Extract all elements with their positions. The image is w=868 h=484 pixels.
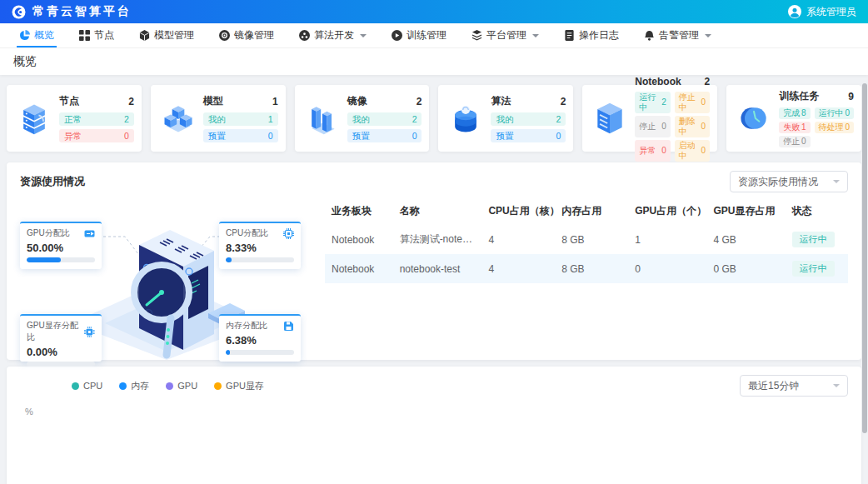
resource-illustration-panel: GPU分配比 50.00% CPU分配比 8.33% [20,197,313,360]
stat-title: 训练任务 [779,89,819,103]
stat-total: 2 [561,96,566,107]
gauge-gpu-memory-allocation: GPU显存分配比 0.00% [20,314,102,362]
gpu-card-icon [84,228,95,239]
gauge-memory-allocation: 内存分配比 6.38% [219,314,301,362]
nav-item-platform[interactable]: 平台管理 [459,23,551,47]
nav-item-image[interactable]: 镜像管理 [207,23,287,47]
logo-icon [12,5,26,19]
chart-unit-label: % [25,407,848,417]
legend-dot [166,382,173,390]
stat-title: 模型 [203,94,223,108]
stat-total: 1 [272,96,278,107]
chart-legend: CPU 内存 GPU GPU显存 [20,380,264,392]
stat-chip: 预置0 [347,129,422,142]
nav-item-alarm[interactable]: 告警管理 [631,23,724,47]
app-title: 常青云智算平台 [32,4,132,19]
chart-plot-area [20,417,848,484]
vertical-scrollbar[interactable] [862,83,867,433]
memory-icon [283,321,294,332]
stat-chip: 停止中0 [675,92,710,113]
nav-item-algorithm[interactable]: 算法开发 [287,23,379,47]
legend-item-cpu[interactable]: CPU [72,381,102,391]
stat-chip: 运行中2 [635,92,670,113]
gauge-cpu-allocation: CPU分配比 8.33% [219,222,301,269]
user-menu[interactable]: 系统管理员 [788,5,856,19]
stat-total: 2 [417,96,422,107]
image-panels-icon [302,100,342,137]
overview-icon [19,30,30,41]
stat-chip: 正常2 [59,112,134,126]
stat-chip: 预置0 [203,129,278,142]
chevron-down-icon [532,34,539,37]
stat-total: 2 [704,76,710,87]
stat-card-models[interactable]: 模型1 我的1 预置0 [151,85,286,152]
status-badge: 运行中 [792,261,835,277]
time-range-select[interactable]: 最近15分钟 [740,375,848,397]
stat-card-images[interactable]: 镜像2 我的2 预置0 [295,85,430,152]
stat-card-training-tasks[interactable]: 训练任务9 完成8 失败1 停止0 运行中0 待处理0 [726,85,861,152]
legend-dot [72,382,79,390]
model-icon [139,30,150,41]
notebook-cabinet-icon [590,100,630,137]
stat-chip: 删除中0 [675,116,710,137]
stat-title: 节点 [59,94,79,108]
resource-usage-select[interactable]: 资源实际使用情况 [730,171,848,192]
algorithm-db-icon [446,100,486,137]
brand: 常青云智算平台 [12,4,132,19]
stat-chip: 运行中0 [815,107,854,119]
stat-chip: 待处理0 [815,122,854,133]
chevron-down-icon [833,384,840,387]
stat-title: Notebook [635,76,681,87]
legend-item-memory[interactable]: 内存 [119,380,149,392]
status-badge: 运行中 [792,232,835,247]
training-icon [392,30,402,41]
stat-title: 镜像 [347,94,367,108]
stat-card-nodes[interactable]: 节点2 正常2 异常0 [7,85,142,152]
stat-total: 2 [128,96,134,107]
chevron-down-icon [833,180,840,183]
stat-chip: 异常0 [635,140,670,162]
alarm-icon [644,30,655,41]
usage-chart-section: CPU 内存 GPU GPU显存 最近15分钟 % [7,367,861,484]
resource-section-title: 资源使用情况 [20,174,85,189]
stat-card-algorithms[interactable]: 算法2 我的2 预置0 [438,85,573,152]
nav-item-overview[interactable]: 概览 [7,23,67,47]
gpu-memory-chip-icon [84,327,95,337]
nav-item-model[interactable]: 模型管理 [127,23,207,47]
nav-item-logs[interactable]: 操作日志 [551,23,631,47]
chevron-down-icon [360,34,367,37]
resource-table-wrap: 业务板块 名称 CPU占用（核） 内存占用 GPU占用（个） GPU显存占用 状… [325,197,848,360]
app-header: 常青云智算平台 系统管理员 [0,0,868,23]
model-cubes-icon [158,100,198,137]
nav-item-training[interactable]: 训练管理 [379,23,459,47]
stat-total: 9 [848,91,854,102]
training-clock-icon [734,100,774,137]
nav-item-nodes[interactable]: 节点 [67,23,127,47]
image-icon [219,30,230,41]
resource-usage-section: 资源使用情况 资源实际使用情况 [7,162,861,360]
legend-dot [119,382,127,390]
stat-chip: 预置0 [491,129,566,142]
logs-icon [564,30,575,41]
stat-card-notebook[interactable]: Notebook2 运行中2 停止0 异常0 停止中0 删除中0 启动中0 [582,85,717,152]
legend-dot [214,382,222,390]
user-name: 系统管理员 [806,5,856,19]
platform-icon [471,30,482,41]
main-nav: 概览 节点 模型管理 镜像管理 算法开发 训练管理 平台管理 操作日志 告警管理 [0,23,868,48]
table-row: Notebook 算法测试-notebook 4 8 GB 1 4 GB 运行中 [325,225,848,254]
stats-row: 节点2 正常2 异常0 模型1 我的1 预置0 [7,85,861,152]
cpu-chip-icon [283,228,294,239]
resource-table: 业务板块 名称 CPU占用（核） 内存占用 GPU占用（个） GPU显存占用 状… [325,197,848,283]
stat-chip: 停止0 [779,136,810,147]
stat-chip: 我的2 [491,112,566,126]
stat-chip: 启动中0 [675,140,710,162]
legend-item-gpu[interactable]: GPU [166,381,197,391]
stat-title: 算法 [491,94,511,108]
legend-item-gpu-memory[interactable]: GPU显存 [214,380,264,392]
algorithm-icon [299,30,310,41]
stat-chip: 异常0 [59,129,134,142]
page-title: 概览 [13,54,37,69]
content: 节点2 正常2 异常0 模型1 我的1 预置0 [0,75,868,484]
node-server-icon [14,100,54,137]
stat-chip: 失败1 [779,122,810,133]
